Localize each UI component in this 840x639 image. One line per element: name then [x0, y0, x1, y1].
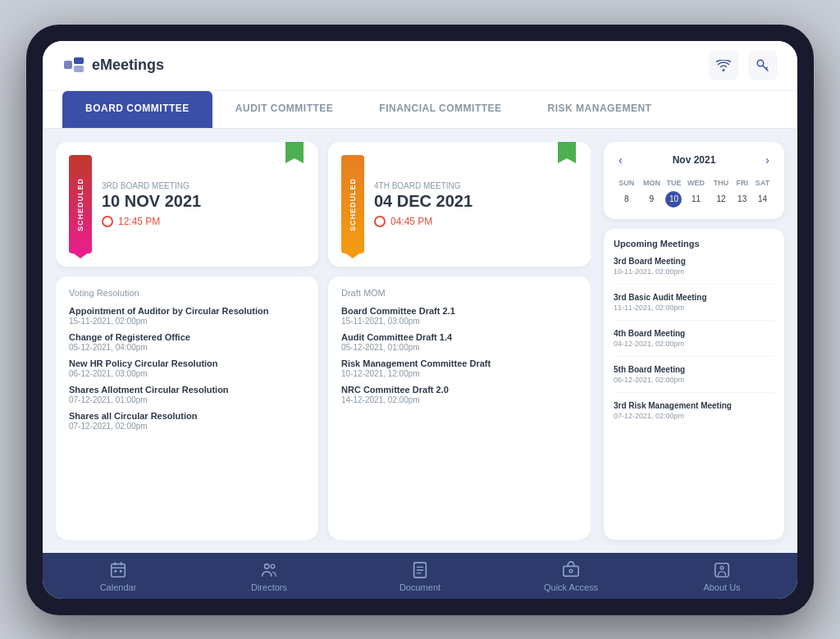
- nav-aboutus-label: About Us: [703, 582, 740, 592]
- upcoming-item-4-title: 5th Board Meeting: [614, 365, 774, 374]
- voting-item-3-date: 06-12-2021, 03:00pm: [69, 369, 305, 378]
- upcoming-item-5-date: 07-12-2021, 02:00pm: [614, 412, 774, 420]
- meeting-time-2: 04:45 PM: [374, 216, 578, 227]
- draft-item-3-title: Risk Management Committee Draft: [341, 358, 578, 368]
- tablet-shell: eMeetings: [26, 25, 814, 615]
- voting-resolution-title: Voting Resolution: [69, 288, 305, 298]
- bottom-nav: Calendar Directors Document: [43, 553, 797, 599]
- draft-item-2-title: Audit Committee Draft 1.4: [341, 332, 578, 342]
- aboutus-nav-icon: [713, 561, 731, 579]
- tab-risk-management[interactable]: RISK MANAGEMENT: [525, 91, 675, 128]
- quickaccess-nav-icon: [562, 561, 580, 579]
- draft-item-3-date: 10-12-2021, 12:00pm: [341, 369, 578, 378]
- voting-resolution-card: Voting Resolution Appointment of Auditor…: [56, 276, 318, 540]
- upcoming-item-2[interactable]: 3rd Basic Audit Meeting 11-11-2021, 02:0…: [614, 293, 774, 321]
- draft-item-2[interactable]: Audit Committee Draft 1.4 05-12-2021, 01…: [341, 332, 578, 352]
- nav-aboutus[interactable]: About Us: [689, 561, 755, 592]
- nav-quickaccess[interactable]: Quick Access: [538, 561, 604, 592]
- cal-day-thu: THU: [710, 176, 733, 189]
- svg-rect-10: [564, 566, 578, 576]
- upcoming-item-3[interactable]: 4th Board Meeting 04-12-2021, 02:00pm: [614, 329, 774, 357]
- draft-item-4[interactable]: NRC Committee Draft 2.0 14-12-2021, 02:0…: [341, 385, 578, 404]
- cal-day-11[interactable]: 11: [683, 191, 708, 208]
- upcoming-item-4[interactable]: 5th Board Meeting 06-12-2021, 02:00pm: [614, 365, 774, 393]
- logo-area: eMeetings: [62, 54, 164, 77]
- voting-item-3[interactable]: New HR Policy Circular Resolution 06-12-…: [69, 358, 305, 378]
- meeting-card-1[interactable]: SCHEDULED 3RD BOARD MEETING 10 NOV 2021 …: [56, 142, 318, 267]
- upcoming-item-2-date: 11-11-2021, 02:00pm: [614, 304, 774, 312]
- time-circle-1: [102, 216, 113, 227]
- draft-item-4-date: 14-12-2021, 02:00pm: [341, 395, 578, 404]
- cal-day-12[interactable]: 12: [710, 191, 733, 208]
- upcoming-item-3-title: 4th Board Meeting: [614, 329, 774, 338]
- upcoming-item-4-date: 06-12-2021, 02:00pm: [614, 376, 774, 384]
- cal-day-sat: SAT: [752, 176, 773, 189]
- upcoming-item-1-title: 3rd Board Meeting: [614, 257, 774, 266]
- cal-next-button[interactable]: ›: [760, 152, 774, 168]
- key-button[interactable]: [748, 51, 778, 80]
- cal-day-13[interactable]: 13: [733, 191, 751, 208]
- voting-item-4-title: Shares Allotment Circular Resolution: [69, 385, 305, 395]
- cal-day-8[interactable]: 8: [615, 191, 637, 208]
- app-name: eMeetings: [92, 57, 164, 74]
- cal-prev-button[interactable]: ‹: [614, 152, 628, 168]
- upcoming-item-1[interactable]: 3rd Board Meeting 10-11-2021, 02:00pm: [614, 257, 774, 285]
- nav-document-label: Document: [399, 582, 441, 592]
- main-content: SCHEDULED 3RD BOARD MEETING 10 NOV 2021 …: [43, 129, 797, 553]
- document-nav-icon: [411, 561, 429, 579]
- logo-icon: [62, 54, 85, 77]
- wifi-button[interactable]: [709, 51, 738, 80]
- voting-item-3-title: New HR Policy Circular Resolution: [69, 358, 305, 368]
- nav-calendar[interactable]: Calendar: [85, 561, 151, 592]
- cal-day-sun: SUN: [615, 176, 637, 189]
- voting-item-1-date: 15-11-2021, 02:00pm: [69, 317, 305, 326]
- meeting-card-2[interactable]: SCHEDULED 4TH BOARD MEETING 04 DEC 2021 …: [328, 142, 591, 267]
- header: eMeetings: [43, 41, 797, 91]
- wifi-icon: [716, 60, 731, 71]
- bottom-cards: Voting Resolution Appointment of Auditor…: [56, 276, 591, 540]
- cal-day-10[interactable]: 10: [665, 191, 682, 208]
- svg-rect-2: [74, 66, 84, 72]
- bookmark-2: [558, 142, 574, 163]
- voting-item-1-title: Appointment of Auditor by Circular Resol…: [69, 306, 305, 316]
- tab-financial-committee[interactable]: FINANCIAL COMMITTEE: [356, 91, 524, 128]
- nav-quickaccess-label: Quick Access: [544, 582, 598, 592]
- cal-day-fri: FRI: [733, 176, 751, 189]
- cal-day-mon: MON: [639, 176, 664, 189]
- voting-item-1[interactable]: Appointment of Auditor by Circular Resol…: [69, 306, 305, 326]
- calendar-grid: SUN MON TUE WED THU FRI SAT 8: [614, 175, 774, 209]
- cal-week-row: 8 9 10 11 12 13 14: [615, 191, 773, 208]
- cal-day-wed: WED: [683, 176, 708, 189]
- nav-directors[interactable]: Directors: [236, 561, 302, 592]
- svg-point-7: [265, 564, 270, 568]
- svg-point-8: [271, 564, 275, 568]
- meeting-date-2: 04 DEC 2021: [374, 192, 578, 211]
- cal-day-9[interactable]: 9: [639, 191, 664, 208]
- tab-audit-committee[interactable]: AUDIT COMMITTEE: [212, 91, 357, 128]
- meeting-time-1: 12:45 PM: [102, 216, 305, 227]
- nav-directors-label: Directors: [251, 582, 287, 592]
- nav-calendar-label: Calendar: [100, 582, 137, 592]
- draft-item-3[interactable]: Risk Management Committee Draft 10-12-20…: [341, 358, 578, 378]
- tablet-screen: eMeetings: [43, 41, 797, 599]
- upcoming-item-1-date: 10-11-2021, 02:00pm: [614, 267, 774, 276]
- svg-rect-1: [74, 57, 84, 64]
- draft-item-1[interactable]: Board Committee Draft 2.1 15-11-2021, 03…: [341, 306, 578, 326]
- cal-day-tue: TUE: [665, 176, 682, 189]
- upcoming-meetings-card: Upcoming Meetings 3rd Board Meeting 10-1…: [604, 229, 784, 540]
- nav-document[interactable]: Document: [387, 561, 453, 592]
- voting-item-2[interactable]: Change of Registered Office 05-12-2021, …: [69, 332, 305, 352]
- meeting-cards: SCHEDULED 3RD BOARD MEETING 10 NOV 2021 …: [56, 142, 591, 267]
- voting-item-5-title: Shares all Circular Resolution: [69, 411, 305, 421]
- upcoming-item-5-title: 3rd Risk Management Meeting: [614, 401, 774, 410]
- voting-item-4[interactable]: Shares Allotment Circular Resolution 07-…: [69, 385, 305, 404]
- voting-item-4-date: 07-12-2021, 01:00pm: [69, 395, 305, 404]
- voting-item-5[interactable]: Shares all Circular Resolution 07-12-202…: [69, 411, 305, 431]
- tab-board-committee[interactable]: BOARD COMMITTEE: [62, 91, 212, 128]
- svg-point-11: [569, 569, 573, 573]
- cal-day-14[interactable]: 14: [752, 191, 773, 208]
- voting-item-2-date: 05-12-2021, 04:00pm: [69, 343, 305, 352]
- calendar-nav-icon: [109, 561, 127, 579]
- upcoming-item-5[interactable]: 3rd Risk Management Meeting 07-12-2021, …: [614, 401, 774, 428]
- draft-item-1-date: 15-11-2021, 03:00pm: [341, 317, 578, 326]
